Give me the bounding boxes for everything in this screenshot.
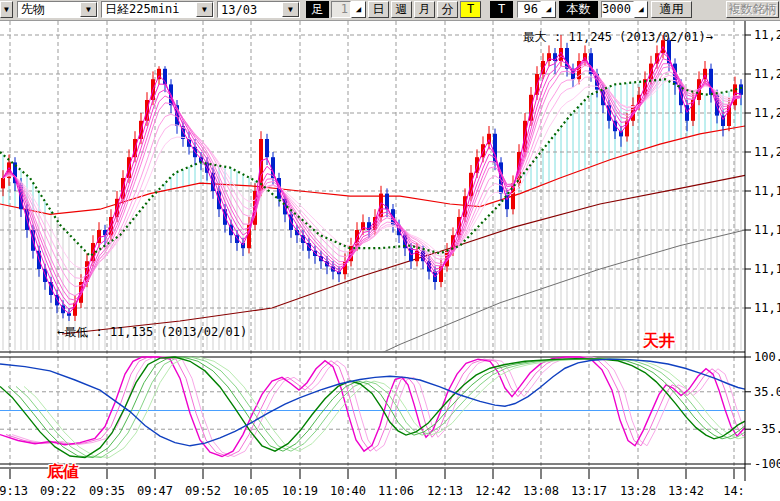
time-axis-label: 10:19 (282, 484, 318, 498)
symbol-select[interactable]: 日経225mini ▼ (101, 1, 214, 18)
time-axis-label: 09:13 (0, 484, 28, 498)
time-axis-label: 13:42 (668, 484, 704, 498)
ema-ribbon-line (3, 75, 741, 278)
period-week-button[interactable]: 週 (391, 1, 412, 18)
oscillator-axis-label: -35.00 (754, 422, 780, 436)
ema-ribbon-line (3, 53, 741, 310)
tick-count-stepper[interactable]: 96 ◢ (517, 1, 556, 18)
ema-ribbon-line (3, 71, 741, 287)
bar-count-label: 本数 (559, 1, 598, 18)
up-candle (733, 84, 737, 105)
ma-long-maroon-line (62, 175, 745, 334)
up-candle (1, 178, 5, 188)
time-axis-label: 14: (723, 484, 745, 498)
up-candle (625, 121, 629, 137)
instrument-value: 先物 (18, 1, 80, 18)
bar-count-input[interactable]: 3000 (601, 1, 634, 18)
rci-short-line (0, 357, 745, 457)
candlestick-layer (1, 35, 743, 321)
symbol-value: 日経225mini (102, 1, 196, 18)
price-axis-label: 11,200 (754, 145, 780, 159)
time-axis-label: 12:42 (475, 484, 511, 498)
bar-count-stepper[interactable]: 3000 ◢ (601, 1, 648, 18)
time-axis-label: 10:05 (233, 484, 269, 498)
chart-canvas[interactable]: 11,24511,23011,21511,20011,18511,17011,1… (0, 0, 780, 501)
period-day-button[interactable]: 日 (368, 1, 389, 18)
time-axis-label: 11:06 (378, 484, 414, 498)
time-axis-label: 13:17 (571, 484, 607, 498)
tick-count-input[interactable]: 96 (517, 1, 541, 18)
contract-month-select[interactable]: 13/03 ▼ (217, 1, 300, 18)
interval-stepper[interactable]: 1 ◢ (331, 1, 366, 18)
ema-ribbon-line (3, 65, 741, 296)
time-axis-label: 09:52 (185, 484, 221, 498)
price-axis-label: 11,140 (754, 301, 780, 315)
ema-ribbon-line (3, 63, 741, 300)
spin-icon[interactable]: ◢ (634, 1, 648, 18)
price-axis-label: 11,215 (754, 106, 780, 120)
contract-month-value: 13/03 (218, 3, 282, 17)
price-axis-label: 11,170 (754, 223, 780, 237)
oscillator-axis-label: -100.00 (754, 457, 780, 471)
period-tick-button[interactable]: T (460, 1, 481, 18)
time-axis-label: 09:22 (40, 484, 76, 498)
oscillator-layer (0, 357, 769, 458)
ema-ribbon-line (3, 80, 741, 268)
bar-type-label: 足 (306, 1, 329, 18)
toolbar: ▼ 先物 ▼ 日経225mini ▼ 13/03 ▼ 足 1 ◢ 日 週 月 分… (0, 0, 780, 21)
period-month-button[interactable]: 月 (414, 1, 435, 18)
time-axis-label: 09:47 (137, 484, 173, 498)
oscillator-axis-label: 35.00 (754, 385, 780, 399)
period-minute-button[interactable]: 分 (437, 1, 458, 18)
chevron-down-icon[interactable]: ▼ (282, 2, 299, 17)
spin-icon[interactable]: ◢ (541, 1, 556, 18)
leftmost-dropdown-button[interactable]: ▼ (0, 1, 13, 18)
price-axis-label: 11,245 (754, 28, 780, 42)
chevron-down-icon[interactable]: ▼ (196, 2, 213, 17)
chart-window: { "toolbar": { "mini_dropdown_icon": "▼"… (0, 0, 780, 501)
time-axis-label: 10:40 (330, 484, 366, 498)
chevron-down-icon[interactable]: ▼ (80, 2, 97, 17)
down-candle (739, 84, 743, 94)
up-candle (73, 303, 77, 316)
time-axis-label: 09:35 (89, 484, 125, 498)
time-axis-label: 13:28 (620, 484, 656, 498)
down-candle (265, 139, 269, 157)
multi-symbol-button[interactable]: 複数銘柄 (726, 1, 779, 18)
ema-ribbon-line (3, 59, 741, 305)
spin-icon[interactable]: ◢ (351, 1, 366, 18)
oscillator-axis-label: 100.00 (754, 350, 780, 364)
price-axis-label: 11,155 (754, 262, 780, 276)
tick-unit-label: T (490, 1, 513, 18)
apply-button[interactable]: 適用 (651, 1, 692, 18)
up-candle (547, 53, 551, 61)
price-axis-label: 11,230 (754, 67, 780, 81)
time-axis-label: 12:13 (427, 484, 463, 498)
time-axis-label: 13:08 (523, 484, 559, 498)
price-axis-label: 11,185 (754, 184, 780, 198)
rci-short-echo-line (6, 357, 751, 457)
interval-input[interactable]: 1 (331, 1, 351, 18)
instrument-select[interactable]: 先物 ▼ (17, 1, 98, 18)
